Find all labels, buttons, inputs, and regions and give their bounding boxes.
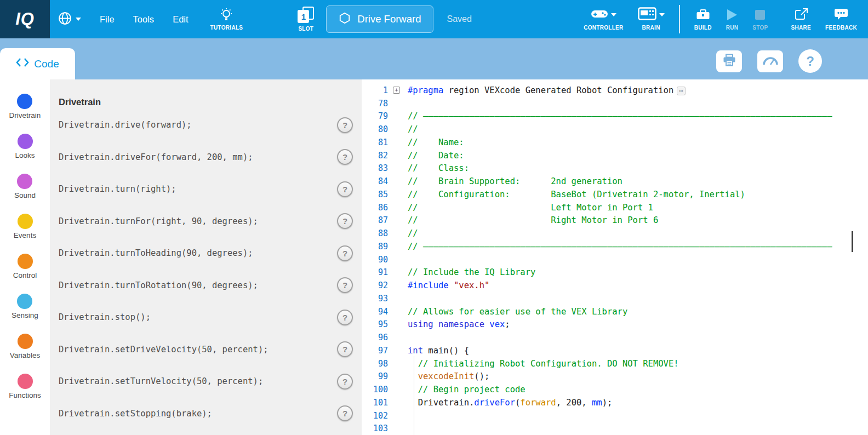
line-number: 80 bbox=[362, 124, 389, 134]
code-line-101: 101 Drivetrain.driveFor(forward, 200, mm… bbox=[362, 396, 868, 409]
command-help-button[interactable]: ? bbox=[337, 245, 353, 261]
sidebar-item-events[interactable]: Events bbox=[14, 214, 36, 239]
command-text[interactable]: Drivetrain.stop(); bbox=[59, 312, 151, 322]
line-number: 89 bbox=[362, 242, 389, 251]
sidebar-item-control[interactable]: Control bbox=[13, 254, 37, 279]
command-row[interactable]: Drivetrain.setTurnVelocity(50, percent);… bbox=[50, 365, 362, 398]
command-help-button[interactable]: ? bbox=[337, 149, 353, 165]
command-help-button[interactable]: ? bbox=[337, 310, 353, 325]
help-button[interactable]: ? bbox=[798, 49, 822, 73]
command-help-button[interactable]: ? bbox=[337, 181, 353, 197]
language-menu-button[interactable] bbox=[58, 11, 81, 28]
sensing-category-icon bbox=[17, 294, 32, 309]
command-text[interactable]: Drivetrain.turn(right); bbox=[59, 184, 176, 194]
menu-edit[interactable]: Edit bbox=[173, 14, 188, 25]
code-text: // Configuration: BaseBot (Drivetrain 2-… bbox=[408, 190, 745, 199]
command-row[interactable]: Drivetrain.driveFor(forward, 200, mm);? bbox=[50, 141, 362, 174]
command-help-button[interactable]: ? bbox=[337, 374, 353, 390]
build-button[interactable]: BUILD bbox=[694, 8, 712, 31]
command-text[interactable]: Drivetrain.setStopping(brake); bbox=[59, 409, 212, 419]
sidebar-item-label: Variables bbox=[10, 351, 40, 359]
sidebar-categories: DrivetrainLooksSoundEventsControlSensing… bbox=[0, 79, 50, 435]
project-name-button[interactable]: Drive Forward bbox=[326, 5, 433, 33]
line-number: 78 bbox=[362, 99, 389, 108]
feedback-button[interactable]: FEEDBACK bbox=[825, 8, 857, 31]
command-text[interactable]: Drivetrain.setDriveVelocity(50, percent)… bbox=[59, 345, 269, 354]
print-button[interactable] bbox=[716, 50, 742, 72]
brain-button[interactable]: BRAIN bbox=[638, 8, 665, 31]
command-row[interactable]: Drivetrain.stop();? bbox=[50, 301, 362, 334]
code-text: #include "vex.h" bbox=[408, 281, 489, 290]
line-number: 98 bbox=[362, 359, 389, 369]
fold-expand-icon[interactable]: + bbox=[393, 87, 400, 94]
functions-category-icon bbox=[18, 374, 33, 389]
code-line-88: 88// bbox=[362, 227, 868, 240]
build-label: BUILD bbox=[694, 25, 712, 31]
code-text: #pragma region VEXcode Generated Robot C… bbox=[408, 85, 686, 95]
run-icon bbox=[726, 8, 738, 22]
line-number: 90 bbox=[362, 255, 389, 265]
command-text[interactable]: Drivetrain.driveFor(forward, 200, mm); bbox=[59, 152, 253, 162]
slot-label: SLOT bbox=[298, 26, 313, 32]
sidebar-item-drivetrain[interactable]: Drivetrain bbox=[9, 94, 41, 119]
sidebar-item-label: Control bbox=[13, 271, 37, 279]
share-label: SHARE bbox=[791, 25, 812, 31]
tab-code[interactable]: Code bbox=[0, 48, 75, 79]
command-palette: Drivetrain Drivetrain.drive(forward);?Dr… bbox=[50, 79, 362, 435]
command-help-button[interactable]: ? bbox=[337, 213, 353, 229]
code-line-103: 103 bbox=[362, 422, 868, 435]
command-text[interactable]: Drivetrain.turnToRotation(90, degrees); bbox=[59, 281, 258, 290]
code-editor[interactable]: 1+#pragma region VEXcode Generated Robot… bbox=[362, 79, 868, 435]
scrollbar-thumb[interactable] bbox=[852, 231, 853, 252]
command-row[interactable]: Drivetrain.drive(forward);? bbox=[50, 109, 362, 141]
command-help-button[interactable]: ? bbox=[337, 117, 353, 133]
command-help-button[interactable]: ? bbox=[337, 405, 353, 421]
sidebar-item-looks[interactable]: Looks bbox=[15, 134, 35, 159]
command-row[interactable]: Drivetrain.setStopping(brake);? bbox=[50, 398, 362, 430]
command-text[interactable]: Drivetrain.turnToHeading(90, degrees); bbox=[59, 248, 253, 258]
command-text[interactable]: Drivetrain.turnFor(right, 90, degrees); bbox=[59, 216, 258, 226]
run-button[interactable]: RUN bbox=[726, 8, 739, 31]
command-text[interactable]: Drivetrain.setTurnVelocity(50, percent); bbox=[59, 376, 263, 386]
menu-tools[interactable]: Tools bbox=[133, 14, 155, 25]
brain-icon bbox=[638, 7, 656, 22]
code-text: // Brain Supported: 2nd generation bbox=[408, 176, 623, 186]
sidebar-item-sound[interactable]: Sound bbox=[14, 174, 36, 199]
hexagon-icon bbox=[339, 12, 351, 27]
palette-title: Drivetrain bbox=[59, 97, 101, 107]
share-button[interactable]: SHARE bbox=[791, 8, 812, 31]
stop-button[interactable]: STOP bbox=[752, 8, 768, 31]
slot-button[interactable]: 1 SLOT bbox=[298, 7, 314, 32]
dashboard-button[interactable] bbox=[757, 50, 783, 72]
line-number: 97 bbox=[362, 346, 389, 356]
controller-button[interactable]: CONTROLLER bbox=[584, 8, 623, 31]
command-row[interactable]: Drivetrain.setDriveVelocity(50, percent)… bbox=[50, 334, 362, 366]
command-row[interactable]: Drivetrain.turnToHeading(90, degrees);? bbox=[50, 237, 362, 270]
control-category-icon bbox=[18, 254, 33, 269]
sidebar-item-sensing[interactable]: Sensing bbox=[12, 294, 38, 319]
code-line-94: 94// Allows for easier use of the VEX Li… bbox=[362, 305, 868, 318]
command-row[interactable]: Drivetrain.turnToRotation(90, degrees);? bbox=[50, 270, 362, 302]
command-row[interactable]: Drivetrain.turnFor(right, 90, degrees);? bbox=[50, 205, 362, 238]
line-number: 1 bbox=[362, 85, 389, 95]
code-line-85: 85// Configuration: BaseBot (Drivetrain … bbox=[362, 188, 868, 201]
events-category-icon bbox=[18, 214, 33, 229]
sidebar-item-functions[interactable]: Functions bbox=[9, 374, 41, 399]
code-text: // Include the IQ Library bbox=[408, 267, 535, 277]
looks-category-icon bbox=[18, 134, 33, 149]
command-text[interactable]: Drivetrain.drive(forward); bbox=[59, 120, 192, 130]
menu-file[interactable]: File bbox=[100, 14, 115, 25]
toolbar-divider bbox=[679, 5, 680, 33]
code-text: // Name: bbox=[408, 138, 464, 147]
code-icon bbox=[16, 58, 29, 70]
code-text: // Begin project code bbox=[408, 385, 526, 394]
command-help-button[interactable]: ? bbox=[337, 277, 353, 293]
controller-icon bbox=[591, 8, 608, 22]
code-line-83: 83// Class: bbox=[362, 162, 868, 175]
code-line-99: 99 vexcodeInit(); bbox=[362, 370, 868, 384]
command-help-button[interactable]: ? bbox=[337, 341, 353, 357]
sidebar-item-variables[interactable]: Variables bbox=[10, 334, 40, 359]
tutorials-button[interactable]: TUTORIALS bbox=[210, 8, 243, 31]
command-row[interactable]: Drivetrain.turn(right);? bbox=[50, 173, 362, 205]
lightbulb-icon bbox=[220, 8, 233, 22]
